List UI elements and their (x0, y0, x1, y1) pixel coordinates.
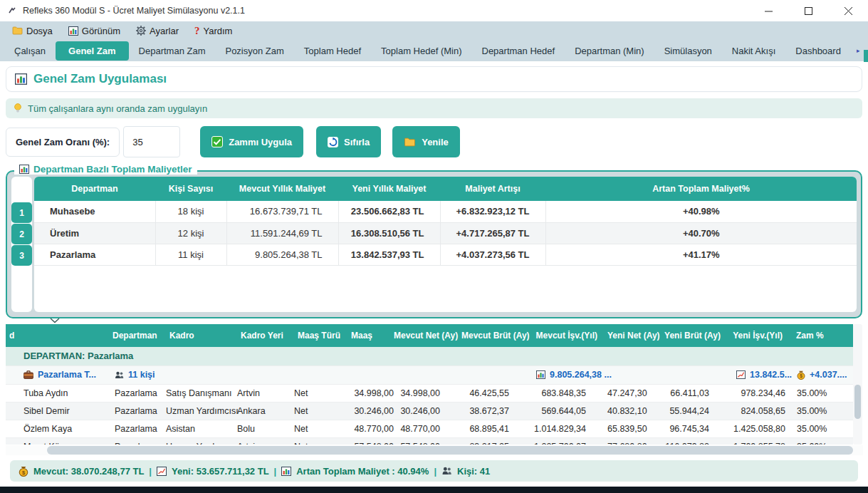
department-group-row[interactable]: DEPARTMAN: Pazarlama (6, 347, 853, 365)
maximize-button[interactable] (788, 0, 828, 21)
minimize-button[interactable] (748, 0, 788, 21)
window-title: Refleks 360 Modül S - Ücret Maliyet Simü… (23, 6, 245, 16)
chevron-down-icon[interactable] (50, 318, 60, 323)
table-row[interactable]: Üretim 12 kişi 11.591.244,69 TL 16.308.5… (34, 222, 857, 244)
tab-departman-min[interactable]: Departman (Min) (565, 42, 654, 60)
col-kadro[interactable]: Kadro (166, 324, 237, 347)
dept-increase-pct: +40.70% (545, 222, 857, 244)
tab-simulasyon[interactable]: Simülasyon (654, 42, 722, 60)
col-departman[interactable]: Departman (109, 324, 166, 347)
col-maas[interactable]: Maaş (347, 324, 394, 347)
emp-name: Murat Köse (6, 437, 109, 445)
emp-position: Asistan (166, 420, 237, 437)
money-bag-icon: $ (19, 466, 28, 477)
close-button[interactable] (828, 0, 868, 21)
col-yeni-yillik[interactable]: Yeni Yıllık Maliyet (338, 177, 440, 201)
horizontal-scrollbar[interactable] (6, 445, 863, 455)
status-bar: $ Mevcut: 38.070.248,77 TL | Yeni: 53.65… (10, 460, 858, 482)
briefcase-icon (23, 370, 33, 379)
emp-current-net: 30.246,00 (394, 402, 461, 420)
col-artan-toplam[interactable]: Artan Toplam Maliyet% (545, 177, 857, 201)
reset-button[interactable]: Sıfırla (316, 126, 381, 157)
emp-name: Sibel Demir (6, 402, 109, 420)
tab-toplam-hedef[interactable]: Toplam Hedef (294, 42, 371, 60)
summary-raise: +4.037.... (810, 370, 847, 380)
department-totals-table: Departman Kişi Sayısı Mevcut Yıllık Mali… (34, 177, 857, 266)
emp-new-gross: 55.944,24 (664, 402, 731, 420)
col-mevcut-isv[interactable]: Mevcut İşv.(Yıl) (530, 324, 607, 347)
bar-chart-icon (15, 73, 27, 85)
help-icon: ? (194, 25, 200, 37)
status-kisi: Kişi: 41 (457, 466, 490, 477)
col-mevcut-yillik[interactable]: Mevcut Yıllık Maliyet (226, 177, 338, 201)
rate-input[interactable] (123, 126, 180, 157)
employee-row[interactable]: Sibel Demir Pazarlama Uzman Yardımcısı A… (6, 402, 853, 420)
tab-genel-zam[interactable]: Genel Zam (56, 41, 128, 61)
menu-yardim[interactable]: ? Yardım (188, 23, 239, 39)
vertical-scrollbar[interactable] (853, 324, 862, 445)
line-chart-icon (157, 467, 167, 476)
emp-new-employer-cost: 1.700.855,78 (731, 437, 793, 445)
tab-pozisyon-zam[interactable]: Pozisyon Zam (215, 42, 293, 60)
row-header-column: 1 2 3 (11, 177, 32, 312)
employee-row[interactable]: Özlem Kaya Pazarlama Asistan Bolu Net 48… (6, 420, 853, 437)
employee-row[interactable]: Tuba Aydın Pazarlama Satış Danışmanı Art… (6, 384, 853, 402)
tab-toplam-hedef-min[interactable]: Toplam Hedef (Min) (371, 42, 471, 60)
tab-departman-hedef[interactable]: Departman Hedef (472, 42, 565, 60)
window-bottom-edge (0, 487, 868, 493)
horizontal-scrollbar-thumb[interactable] (47, 446, 853, 455)
col-zam-pct[interactable]: Zam % (793, 324, 853, 347)
dept-cost-increase: +4.717.265,87 TL (440, 222, 545, 244)
col-mevcut-net[interactable]: Mevcut Net (Ay) (394, 324, 461, 347)
folder-icon (404, 137, 416, 147)
emp-raise-pct: 35.00% (793, 437, 853, 445)
emp-salary: 34.998,00 (347, 384, 394, 402)
tab-departman-zam[interactable]: Departman Zam (129, 42, 216, 60)
col-mevcut-brut[interactable]: Mevcut Brüt (Ay) (461, 324, 530, 347)
emp-current-gross: 38.672,37 (461, 402, 530, 420)
col-departman[interactable]: Departman (34, 177, 155, 201)
vertical-scrollbar-thumb[interactable] (854, 385, 861, 419)
status-mevcut: Mevcut: 38.070.248,77 TL (33, 466, 144, 477)
summary-current-cost: 9.805.264,38 ... (550, 370, 612, 380)
department-table-area: Departman Kişi Sayısı Mevcut Yıllık Mali… (34, 177, 857, 312)
employee-row[interactable]: Murat Köse Pazarlama Uzman Yardımcısı Ar… (6, 437, 853, 445)
app-logo-icon (7, 6, 17, 16)
apply-raise-button[interactable]: Zammı Uygula (200, 126, 303, 157)
menu-yardim-label: Yardım (204, 26, 233, 36)
money-bag-icon: $ (797, 370, 805, 380)
tab-bar: Çalışan Genel Zam Departman Zam Pozisyon… (0, 40, 868, 61)
col-yeni-net[interactable]: Yeni Net (Ay) (607, 324, 664, 347)
tab-calisan[interactable]: Çalışan (4, 42, 56, 60)
col-maas-turu[interactable]: Maaş Türü (294, 324, 347, 347)
group-label: DEPARTMAN: Pazarlama (6, 347, 853, 365)
check-icon (211, 136, 223, 147)
row-number[interactable]: 3 (11, 245, 32, 266)
col-ad[interactable]: d (6, 324, 109, 347)
employee-header-row: d Departman Kadro Kadro Yeri Maaş Türü M… (6, 324, 853, 347)
refresh-data-button[interactable]: Yenile (392, 126, 460, 157)
emp-salary-type: Net (294, 402, 347, 420)
dept-name: Pazarlama (34, 244, 155, 265)
col-kadro-yeri[interactable]: Kadro Yeri (237, 324, 294, 347)
menu-ayarlar-label: Ayarlar (150, 26, 179, 36)
emp-name: Özlem Kaya (6, 420, 109, 437)
department-summary-row[interactable]: Pazarlama T... 11 kişi 9.805.264,38 ... … (6, 365, 853, 384)
row-number[interactable]: 1 (11, 202, 32, 223)
emp-department: Pazarlama (109, 420, 166, 437)
table-row[interactable]: Muhasebe 18 kişi 16.673.739,71 TL 23.506… (34, 201, 857, 222)
col-yeni-brut[interactable]: Yeni Brüt (Ay) (664, 324, 731, 347)
row-number[interactable]: 2 (11, 224, 32, 244)
emp-location: Ankara (237, 402, 294, 420)
menu-ayarlar[interactable]: Ayarlar (130, 24, 185, 38)
col-yeni-isv[interactable]: Yeni İşv.(Yıl) (731, 324, 793, 347)
menu-dosya[interactable]: Dosya (6, 24, 59, 38)
col-kisi-sayisi[interactable]: Kişi Sayısı (155, 177, 226, 201)
dept-headcount: 11 kişi (155, 244, 226, 265)
menu-gorunum[interactable]: Görünüm (62, 24, 127, 38)
emp-current-gross: 46.425,55 (461, 384, 530, 402)
tab-dashboard[interactable]: Dashboard (785, 42, 851, 60)
tab-nakit-akisi[interactable]: Nakit Akışı (722, 42, 785, 60)
table-row[interactable]: Pazarlama 11 kişi 9.805.264,38 TL 13.842… (34, 244, 857, 265)
col-maliyet-artisi[interactable]: Maliyet Artışı (440, 177, 545, 201)
